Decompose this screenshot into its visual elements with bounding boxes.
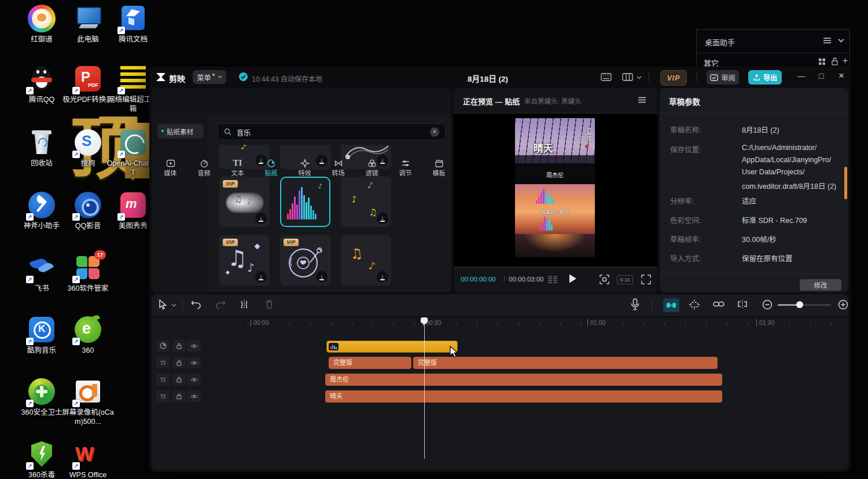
- track-visibility-icon[interactable]: [187, 390, 201, 402]
- delete-icon[interactable]: [265, 299, 274, 309]
- tab-transition[interactable]: 转场: [322, 155, 355, 180]
- tab-audio[interactable]: 音频: [187, 155, 220, 180]
- track-lock-icon[interactable]: [172, 374, 186, 385]
- frame-grid-icon[interactable]: [547, 276, 558, 284]
- desktop-icon-wps[interactable]: W ↗ WPS Office: [60, 440, 116, 479]
- 360-antivirus-icon: ↗: [28, 440, 56, 468]
- download-icon[interactable]: ↓: [377, 271, 388, 283]
- chevron-down-icon[interactable]: [171, 304, 176, 307]
- layout-chevron-icon[interactable]: [637, 76, 642, 79]
- tab-template[interactable]: 模板: [422, 155, 455, 180]
- sticker-item-waveform-selected[interactable]: ♪: [280, 177, 330, 227]
- preview-axis-icon[interactable]: [689, 299, 700, 310]
- shortcut-arrow-icon: ↗: [72, 87, 80, 94]
- search-input[interactable]: [236, 126, 423, 138]
- params-scrollbar[interactable]: [844, 167, 847, 199]
- auto-snap-icon[interactable]: [663, 298, 679, 312]
- text-clip[interactable]: 晴天: [325, 390, 722, 403]
- track-visibility-icon[interactable]: [187, 357, 201, 368]
- download-icon[interactable]: ↓: [316, 271, 328, 283]
- desktop-icon-360-browser[interactable]: e ↗ 360: [60, 316, 116, 356]
- menu-button[interactable]: 菜单: [193, 70, 226, 84]
- export-button[interactable]: 导出: [748, 70, 782, 85]
- review-button[interactable]: 审阅: [707, 70, 739, 85]
- notification-badge: 17: [94, 250, 106, 259]
- tab-label: 音频: [187, 168, 220, 177]
- ratio-button[interactable]: 9:16: [617, 275, 633, 284]
- keyboard-shortcut-icon[interactable]: [601, 73, 612, 81]
- sidebar-item-sticker-material[interactable]: 贴纸素材: [157, 124, 204, 138]
- video-side-text-1: 完整版: [586, 127, 592, 141]
- track-visibility-icon[interactable]: [187, 340, 201, 352]
- sticker-item-vip-vinyl-player[interactable]: VIP ↓: [280, 235, 330, 286]
- zoom-slider-handle[interactable]: [796, 301, 803, 308]
- preview-menu-icon[interactable]: [638, 97, 646, 103]
- link-icon[interactable]: [713, 300, 724, 308]
- text-clip[interactable]: 周杰伦: [325, 374, 722, 386]
- text-clip[interactable]: 完整版: [329, 357, 411, 369]
- tab-filter[interactable]: 滤镜: [355, 155, 388, 180]
- video-red-seal: [585, 145, 589, 148]
- fit-frame-icon[interactable]: [599, 275, 609, 284]
- tab-adjust[interactable]: 调节: [389, 155, 422, 180]
- layout-switch-icon[interactable]: [622, 73, 633, 81]
- track-lock-icon[interactable]: [172, 340, 186, 352]
- shortcut-arrow-icon: ↗: [72, 400, 80, 407]
- zoom-in-icon[interactable]: [838, 299, 848, 310]
- redo-icon[interactable]: [215, 299, 226, 309]
- playhead-line[interactable]: [424, 317, 425, 459]
- play-button[interactable]: [568, 273, 578, 284]
- track-lock-icon[interactable]: [172, 390, 186, 402]
- track-visibility-icon[interactable]: [187, 374, 201, 385]
- tab-sticker[interactable]: 贴纸: [255, 155, 288, 180]
- assistant-add-icon[interactable]: +: [843, 56, 848, 66]
- hongyudao-icon: [28, 5, 56, 32]
- undo-icon[interactable]: [191, 299, 201, 309]
- maximize-button[interactable]: □: [819, 71, 823, 81]
- param-label: 草稿名称:: [670, 124, 701, 135]
- music-note-glyph: ♪: [350, 193, 358, 205]
- sticker-clip[interactable]: [326, 341, 458, 353]
- tab-text[interactable]: TI 文本: [221, 155, 254, 180]
- assistant-lock-icon[interactable]: [831, 57, 838, 65]
- shenfu-axe-icon: ↗: [28, 191, 56, 219]
- fullscreen-icon[interactable]: [641, 275, 651, 284]
- track-duration-icon[interactable]: [156, 340, 170, 352]
- sticker-item-vip-cloud-notes[interactable]: VIP ♫ ♪ ↓: [219, 177, 270, 227]
- download-icon[interactable]: ↓: [377, 213, 388, 224]
- download-icon[interactable]: ↓: [255, 213, 267, 224]
- split-icon[interactable]: [240, 299, 249, 310]
- asset-tabbar: [152, 88, 451, 114]
- mirror-split-icon[interactable]: [737, 299, 748, 309]
- assistant-title: 桌面助手: [705, 36, 735, 47]
- desktop-icon-tencent-docs[interactable]: ↗ 腾讯文档: [105, 5, 161, 45]
- preview-video[interactable]: 晴天 完整版 无损 周杰伦 故事的小黄花: [515, 118, 595, 257]
- zoom-slider[interactable]: [778, 304, 831, 306]
- track-lock-icon[interactable]: [172, 357, 186, 368]
- sticker-item-orange-notes[interactable]: ♫ ♪ ↓: [341, 235, 391, 286]
- assistant-menu-icon[interactable]: [823, 37, 832, 44]
- sticker-sidebar: [152, 114, 207, 292]
- tab-media[interactable]: 媒体: [154, 155, 187, 180]
- search-clear-icon[interactable]: ×: [430, 127, 439, 137]
- sticker-item-vip-lavender-notes[interactable]: VIP ♫ ♪ ↓: [219, 235, 270, 286]
- modify-button[interactable]: 修改: [800, 279, 841, 291]
- download-icon[interactable]: ↓: [255, 271, 267, 283]
- minimize-button[interactable]: —: [797, 72, 805, 81]
- sticker-item-yellow-notes[interactable]: ♪ ♪ ♫ ↓: [341, 177, 391, 227]
- text-clip-label: 周杰伦: [330, 376, 349, 383]
- assistant-grid-icon[interactable]: [818, 58, 826, 65]
- text-clip-label: 完整版: [418, 359, 437, 366]
- sticker-search-box[interactable]: ×: [218, 123, 446, 140]
- desktop-icon-360-software-manager[interactable]: 17 ↗ 360软件管家: [60, 254, 116, 294]
- shortcut-arrow-icon: ↗: [26, 400, 34, 407]
- cursor-select-icon[interactable]: [159, 299, 167, 310]
- zoom-out-icon[interactable]: [762, 299, 773, 310]
- close-button[interactable]: ×: [838, 70, 844, 82]
- music-note-glyph: ♪: [247, 198, 252, 206]
- tab-effects[interactable]: 特效: [288, 155, 321, 180]
- vip-button[interactable]: VIP: [660, 70, 687, 86]
- microphone-icon[interactable]: [631, 298, 639, 310]
- assistant-collapse-icon[interactable]: [838, 38, 844, 43]
- desktop-icon-ocam[interactable]: ↗ 屏幕录像机(oCam)500...: [60, 378, 116, 426]
